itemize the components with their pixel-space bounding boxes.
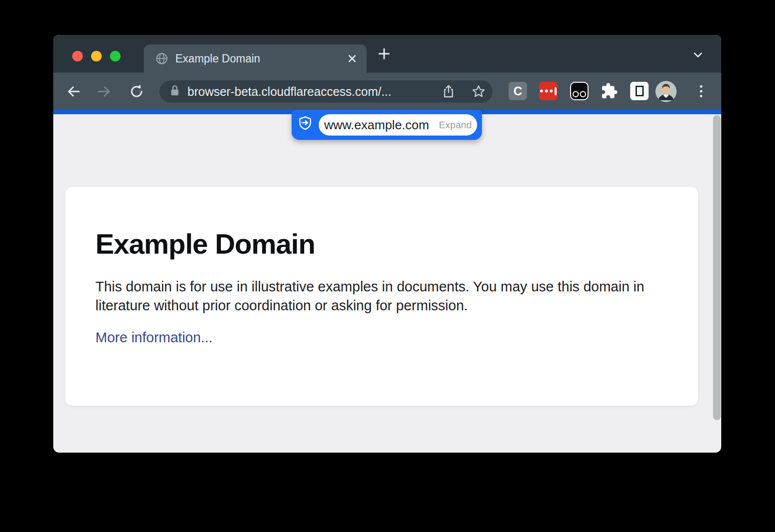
lastpass-extension-button[interactable] (539, 82, 558, 100)
close-window-button[interactable] (72, 51, 83, 61)
lastpass-bar-icon (555, 87, 557, 95)
tab-title: Example Domain (175, 52, 260, 65)
back-button[interactable] (65, 83, 82, 100)
kebab-dot-icon (700, 90, 702, 92)
lens-icon (580, 91, 586, 97)
extension-c-button[interactable]: C (509, 82, 527, 100)
isolation-pill: www.example.com Expand (292, 110, 482, 140)
puzzle-icon (601, 82, 618, 100)
lastpass-dot-icon (540, 90, 543, 92)
forward-arrow-icon (96, 83, 112, 100)
expand-button[interactable]: Expand (439, 120, 472, 131)
extensions-menu-button[interactable] (600, 82, 619, 100)
browser-window: Example Domain (53, 35, 721, 453)
tab-search-button[interactable] (691, 48, 705, 61)
share-button[interactable] (441, 84, 456, 99)
window-controls (72, 51, 121, 61)
frame-icon (636, 86, 644, 96)
reload-button[interactable] (128, 83, 145, 100)
close-icon (347, 54, 357, 63)
plus-icon (377, 47, 391, 61)
kebab-dot-icon (700, 95, 702, 97)
minimize-window-button[interactable] (91, 51, 102, 61)
shield-arrow-icon (297, 116, 313, 134)
reload-icon (128, 83, 145, 100)
profile-avatar[interactable] (655, 81, 677, 102)
lastpass-dot-icon (545, 90, 548, 92)
avatar-photo (655, 81, 677, 102)
lens-icon (573, 91, 579, 97)
extension-c-badge: C (513, 84, 522, 98)
star-icon (471, 84, 486, 99)
globe-favicon-icon (155, 52, 168, 65)
glasses-extension-button[interactable] (570, 82, 589, 100)
kebab-dot-icon (700, 85, 702, 88)
isolated-hostname: www.example.com (324, 118, 429, 133)
page-title: Example Domain (95, 228, 664, 260)
zoom-window-button[interactable] (110, 51, 121, 61)
tab-close-button[interactable] (345, 52, 359, 65)
bookmark-button[interactable] (471, 84, 486, 99)
side-panel-extension-button[interactable] (630, 82, 649, 100)
page-paragraph: This domain is for use in illustrative e… (95, 277, 657, 315)
more-information-link[interactable]: More information... (95, 330, 213, 345)
lock-icon (169, 84, 181, 99)
lastpass-dot-icon (550, 90, 553, 92)
tab-strip: Example Domain (53, 35, 721, 73)
forward-button[interactable] (96, 83, 112, 100)
browser-menu-button[interactable] (694, 83, 708, 99)
vertical-scrollbar-thumb[interactable] (713, 115, 721, 420)
page-content-card: Example Domain This domain is for use in… (65, 187, 698, 406)
back-arrow-icon (65, 83, 82, 100)
toolbar: browser-beta.cloudflareaccess.com/... C (53, 73, 721, 110)
isolation-host-pill[interactable]: www.example.com Expand (319, 114, 477, 136)
omnibox[interactable]: browser-beta.cloudflareaccess.com/... (159, 80, 493, 103)
chevron-down-icon (692, 48, 704, 61)
active-tab[interactable]: Example Domain (144, 45, 367, 73)
new-tab-button[interactable] (377, 47, 391, 61)
url-text[interactable]: browser-beta.cloudflareaccess.com/... (187, 85, 391, 99)
share-icon (441, 84, 456, 99)
